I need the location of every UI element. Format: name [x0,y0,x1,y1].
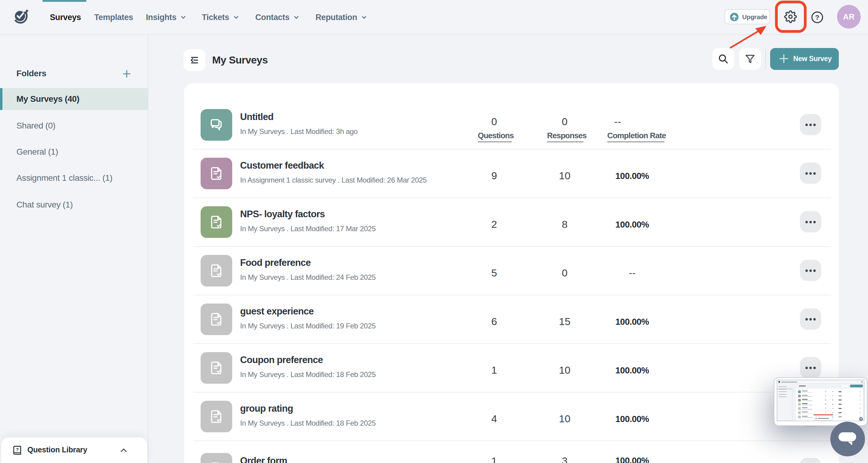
svg-text:?: ? [16,447,19,452]
svg-text:?: ? [815,13,819,21]
